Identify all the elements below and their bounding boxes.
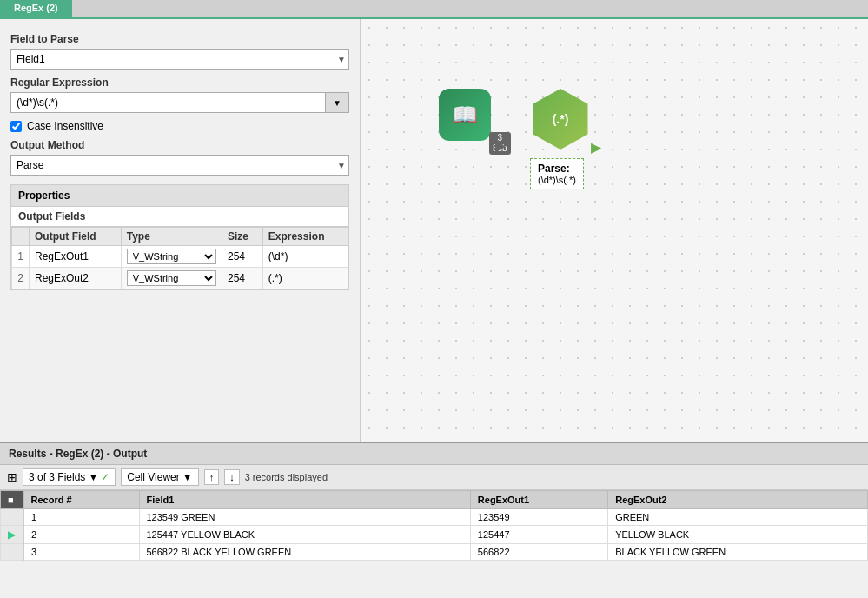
field-to-parse-label: Field to Parse	[10, 33, 349, 45]
table-row: 1 RegExOut1 V_WString 254 (\d*)	[12, 246, 348, 268]
main-area: Field to Parse Field1 ▼ Regular Expressi…	[0, 19, 868, 442]
sort-desc-button[interactable]: ↓	[224, 469, 240, 485]
row-num: 2	[12, 268, 30, 289]
regexout2-value: YELLOW BLACK	[608, 526, 868, 544]
output-field-size: 254	[222, 246, 262, 268]
col-size: Size	[222, 228, 262, 246]
list-item: 1 123549 GREEN 123549 GREEN	[1, 509, 868, 526]
field1-value: 123549 GREEN	[139, 509, 470, 526]
book-node[interactable]: 📖	[439, 89, 491, 141]
col-indicator: ■	[1, 491, 24, 509]
regex-node[interactable]: (.*)	[530, 89, 591, 150]
regex-hex-shape: (.*)	[530, 89, 591, 150]
tab-regex[interactable]: RegEx (2)	[0, 0, 72, 17]
output-method-select[interactable]: Parse	[10, 155, 349, 176]
output-field-type[interactable]: V_WString	[121, 246, 222, 268]
output-field-name: RegExOut1	[30, 246, 122, 268]
play-icon: ▶	[8, 528, 16, 541]
col-type: Type	[121, 228, 222, 246]
fields-check-icon: ✓	[101, 471, 109, 483]
case-insensitive-row: Case Insensitive	[10, 120, 349, 132]
results-table: ■ Record # Field1 RegExOut1 RegExOut2 1 …	[0, 490, 868, 561]
regexout1-value: 123549	[470, 509, 607, 526]
properties-header: Properties	[11, 185, 348, 207]
field-to-parse-container: Field1 ▼	[10, 49, 349, 70]
output-field-expression: (\d*)	[262, 246, 348, 268]
output-field-size: 254	[222, 268, 262, 289]
regexout1-value: 125447	[470, 526, 607, 544]
fields-dropdown-icon: ▼	[88, 471, 98, 483]
list-item: 3 566822 BLACK YELLOW GREEN 566822 BLACK…	[1, 544, 868, 561]
canvas-background	[361, 19, 868, 442]
results-toolbar: ⊞ 3 of 3 Fields ▼ ✓ Cell Viewer ▼ ↑ ↓ 3 …	[0, 465, 868, 490]
field1-value: 566822 BLACK YELLOW GREEN	[139, 544, 470, 561]
right-canvas: 📖 383b ▶ (.*) ▶ Parse:(\d*)\s(.*)	[361, 19, 868, 442]
cell-viewer-button[interactable]: Cell Viewer ▼	[121, 468, 198, 486]
regex-node-text-icon: (.*)	[553, 112, 569, 126]
fields-button-label: 3 of 3 Fields	[29, 471, 85, 483]
regex-dropdown-btn[interactable]: ▼	[325, 92, 349, 113]
regex-input-row: ▼	[10, 92, 349, 113]
bottom-panel: Results - RegEx (2) - Output ⊞ 3 of 3 Fi…	[0, 442, 868, 598]
col-regexout1: RegExOut1	[470, 491, 607, 509]
regex-output-arrow-icon: ▶	[591, 139, 601, 156]
list-item: ▶ 2 125447 YELLOW BLACK 125447 YELLOW BL…	[1, 526, 868, 544]
field1-value: 125447 YELLOW BLACK	[139, 526, 470, 544]
regex-label: Regular Expression	[10, 76, 349, 89]
output-field-expression: (.*)	[262, 268, 348, 289]
col-regexout2: RegExOut2	[608, 491, 868, 509]
regexout2-value: BLACK YELLOW GREEN	[608, 544, 868, 561]
left-panel: Field to Parse Field1 ▼ Regular Expressi…	[0, 19, 361, 442]
output-field-name: RegExOut2	[30, 268, 122, 289]
regex-input[interactable]	[10, 92, 325, 113]
grid-icon: ⊞	[7, 470, 17, 484]
cell-viewer-label: Cell Viewer	[127, 471, 179, 483]
regexout2-value: GREEN	[608, 509, 868, 526]
output-method-container: Parse ▼	[10, 155, 349, 176]
results-header: Results - RegEx (2) - Output	[0, 443, 868, 465]
record-num: 1	[23, 509, 139, 526]
col-field1: Field1	[139, 491, 470, 509]
output-fields-table: Output Field Type Size Expression 1 RegE…	[11, 227, 348, 289]
output-fields-header: Output Fields	[11, 207, 348, 227]
fields-button[interactable]: 3 of 3 Fields ▼ ✓	[23, 468, 116, 486]
case-insensitive-checkbox[interactable]	[10, 121, 22, 132]
col-expression: Expression	[262, 228, 348, 246]
properties-section: Properties Output Fields Output Field Ty…	[10, 184, 349, 290]
book-icon: 📖	[452, 103, 478, 127]
row-indicator: ▶	[1, 526, 24, 544]
row-indicator	[1, 544, 24, 561]
cell-viewer-dropdown-icon: ▼	[182, 471, 193, 483]
field-to-parse-select[interactable]: Field1	[10, 49, 349, 70]
case-insensitive-label: Case Insensitive	[27, 120, 103, 132]
type-select[interactable]: V_WString	[127, 249, 216, 264]
output-method-label: Output Method	[10, 139, 349, 151]
sort-asc-button[interactable]: ↑	[204, 469, 220, 485]
tab-bar: RegEx (2)	[0, 0, 868, 19]
col-record-num: Record #	[23, 491, 139, 509]
row-num: 1	[12, 246, 30, 268]
table-row: 2 RegExOut2 V_WString 254 (.*)	[12, 268, 348, 289]
col-output-field: Output Field	[30, 228, 122, 246]
regex-label-box: Parse:(\d*)\s(.*)	[530, 158, 584, 189]
records-label: 3 records displayed	[245, 472, 328, 482]
regexout1-value: 566822	[470, 544, 607, 561]
output-field-type[interactable]: V_WString	[121, 268, 222, 289]
results-table-container: ■ Record # Field1 RegExOut1 RegExOut2 1 …	[0, 490, 868, 598]
row-indicator	[1, 509, 24, 526]
arrow-connector-icon: ▶	[495, 137, 506, 154]
col-num	[12, 228, 30, 246]
record-num: 3	[23, 544, 139, 561]
type-select[interactable]: V_WString	[127, 270, 216, 286]
record-num: 2	[23, 526, 139, 544]
